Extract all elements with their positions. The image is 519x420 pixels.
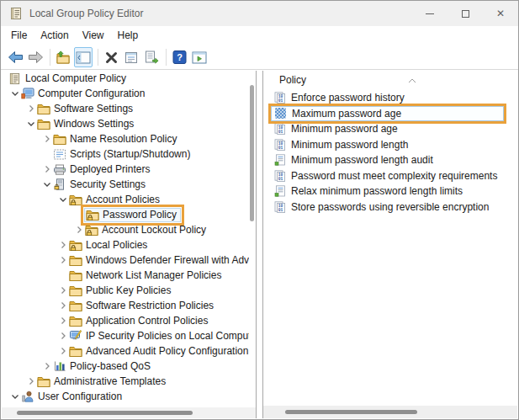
- folder-icon: [53, 134, 68, 145]
- chevron-right-icon[interactable]: [24, 374, 37, 389]
- policy-icon: 1001: [274, 139, 287, 151]
- tree-item-label: Software Restriction Policies: [84, 300, 214, 311]
- tree-item-public-key-policies[interactable]: Public Key Policies: [2, 283, 249, 298]
- folder-lock-icon: [69, 240, 84, 251]
- ipsec-icon: [69, 330, 84, 342]
- chevron-right-icon[interactable]: [40, 359, 53, 374]
- tree-item-label: Application Control Policies: [84, 315, 208, 327]
- sort-ascending-icon: [408, 71, 416, 90]
- tree-item-account-lockout-policy[interactable]: Account Lockout Policy: [2, 222, 249, 237]
- tree-item-body: Software Settings: [37, 101, 133, 116]
- chevron-down-icon[interactable]: [56, 192, 69, 207]
- policy-new-icon: [274, 185, 287, 197]
- policy-icon: 1001: [274, 92, 287, 104]
- list-horizontal-scrollbar[interactable]: [263, 406, 517, 418]
- policy-item-relax-minimum-password-length-limits[interactable]: Relax minimum password length limits: [263, 183, 517, 199]
- chevron-right-icon[interactable]: [56, 328, 69, 343]
- menu-view[interactable]: View: [76, 26, 111, 45]
- chevron-right-icon[interactable]: [56, 298, 69, 313]
- tree-horizontal-scrollbar-thumb[interactable]: [17, 411, 193, 415]
- policy-item-minimum-password-length[interactable]: 1001Minimum password length: [263, 137, 517, 153]
- policy-icon: 1001: [274, 123, 287, 135]
- menu-action[interactable]: Action: [34, 26, 75, 45]
- tree-item-body: Software Restriction Policies: [69, 298, 214, 313]
- pane-splitter[interactable]: [256, 71, 263, 418]
- policy-item-enforce-password-history[interactable]: 1001Enforce password history: [263, 90, 517, 106]
- menu-file[interactable]: File: [4, 26, 34, 45]
- minimize-button[interactable]: [412, 1, 448, 26]
- chevron-right-icon[interactable]: [56, 237, 69, 253]
- qos-icon: [53, 360, 68, 372]
- tree-item-software-settings[interactable]: Software Settings: [2, 101, 249, 116]
- tree-item-body: Policy-based QoS: [53, 359, 151, 374]
- tree-item-label: Local Computer Policy: [24, 72, 126, 84]
- tree-item-account-policies[interactable]: Account Policies: [2, 192, 249, 207]
- content-area: Local Computer PolicyComputer Configurat…: [2, 71, 517, 418]
- tree-item-windows-defender-firewall-with-adva[interactable]: Windows Defender Firewall with Adva: [2, 253, 249, 268]
- chevron-right-icon[interactable]: [56, 283, 69, 298]
- chevron-right-icon[interactable]: [72, 222, 85, 237]
- folder-lock-icon: [85, 225, 100, 236]
- chevron-right-icon[interactable]: [56, 313, 69, 328]
- chevron-down-icon[interactable]: [8, 86, 21, 101]
- tree-item-password-policy[interactable]: Password Policy: [2, 207, 249, 222]
- folder-icon: [69, 300, 84, 311]
- policy-item-maximum-password-age[interactable]: Maximum password age: [271, 106, 504, 122]
- chevron-right-icon[interactable]: [56, 343, 69, 359]
- properties-button[interactable]: [122, 47, 140, 67]
- tree-item-label: Security Settings: [68, 178, 146, 190]
- help-button[interactable]: ?: [170, 47, 188, 67]
- tree-item-network-list-manager-policies[interactable]: Network List Manager Policies: [2, 268, 249, 283]
- tree-item-body: Advanced Audit Policy Configuration: [69, 343, 248, 359]
- tree-item-computer-configuration[interactable]: Computer Configuration: [2, 86, 249, 101]
- policy-item-store-passwords-using-reversible-encryption[interactable]: 1001Store passwords using reversible enc…: [263, 199, 517, 215]
- tree-item-scripts-startup-shutdown[interactable]: Scripts (Startup/Shutdown): [2, 146, 249, 162]
- chevron-right-icon[interactable]: [40, 162, 53, 177]
- toolbar-separator: [50, 49, 50, 66]
- chevron-down-icon[interactable]: [24, 116, 37, 131]
- policy-item-label: Store passwords using reversible encrypt…: [291, 201, 489, 213]
- tree-item-deployed-printers[interactable]: Deployed Printers: [2, 162, 249, 177]
- svg-text:01: 01: [278, 130, 283, 134]
- tree-item-advanced-audit-policy-configuration[interactable]: Advanced Audit Policy Configuration: [2, 343, 249, 359]
- chevron-down-icon[interactable]: [40, 177, 53, 192]
- chevron-right-icon[interactable]: [56, 253, 69, 268]
- forward-button[interactable]: [26, 47, 45, 67]
- tree-item-ip-security-policies-on-local-compute[interactable]: IP Security Policies on Local Compute: [2, 328, 249, 343]
- folder-icon: [69, 316, 84, 327]
- tree-item-security-settings[interactable]: Security Settings: [2, 177, 249, 192]
- up-one-level-button[interactable]: [54, 47, 72, 67]
- back-button[interactable]: [6, 47, 24, 67]
- tree-item-policy-based-qos[interactable]: Policy-based QoS: [2, 359, 249, 374]
- tree-item-label: Windows Settings: [52, 118, 134, 130]
- close-button[interactable]: ✕: [483, 1, 518, 26]
- chevron-down-icon[interactable]: [8, 389, 21, 404]
- svg-text:?: ?: [177, 52, 183, 62]
- policy-column-header[interactable]: Policy: [263, 71, 517, 90]
- tree-item-name-resolution-policy[interactable]: Name Resolution Policy: [2, 131, 249, 146]
- show-hide-console-tree-button[interactable]: [74, 47, 93, 67]
- policy-item-password-must-meet-complexity-requirements[interactable]: 1001Password must meet complexity requir…: [263, 168, 517, 184]
- list-horizontal-scrollbar-thumb[interactable]: [285, 410, 417, 414]
- policy-item-minimum-password-length-audit[interactable]: Minimum password length audit: [263, 152, 517, 168]
- policy-item-minimum-password-age[interactable]: 1001Minimum password age: [263, 121, 517, 137]
- tree-horizontal-scrollbar[interactable]: [2, 407, 256, 418]
- show-hide-action-pane-button[interactable]: [190, 47, 209, 67]
- chevron-right-icon[interactable]: [40, 131, 53, 146]
- tree-item-windows-settings[interactable]: Windows Settings: [2, 116, 249, 131]
- tree-item-local-policies[interactable]: Local Policies: [2, 237, 249, 253]
- tree-vertical-scrollbar-thumb[interactable]: [250, 85, 254, 221]
- tree-item-software-restriction-policies[interactable]: Software Restriction Policies: [2, 298, 249, 313]
- tree-item-label: Advanced Audit Policy Configuration: [84, 345, 248, 357]
- chevron-right-icon[interactable]: [24, 101, 37, 116]
- menu-help[interactable]: Help: [111, 26, 146, 45]
- tree-item-application-control-policies[interactable]: Application Control Policies: [2, 313, 249, 328]
- delete-button[interactable]: [102, 47, 120, 67]
- tree-item-administrative-templates[interactable]: Administrative Templates: [2, 374, 249, 389]
- tree-item-user-configuration[interactable]: User Configuration: [2, 389, 249, 404]
- maximize-button[interactable]: [448, 1, 483, 26]
- tree-item-local-computer-policy[interactable]: Local Computer Policy: [2, 71, 249, 86]
- svg-text:01: 01: [278, 177, 283, 181]
- title-bar: Local Group Policy Editor ✕: [1, 1, 518, 26]
- export-list-button[interactable]: [142, 47, 161, 67]
